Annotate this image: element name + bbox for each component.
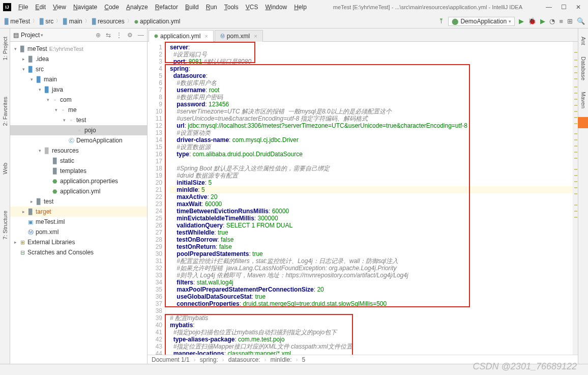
search-icon[interactable]: 🔍 (577, 17, 585, 25)
code-line[interactable]: timeBetweenEvictionRunsMillis: 60000 (170, 208, 573, 215)
code-line[interactable]: validationQuery: SELECT 1 FROM DUAL (170, 222, 573, 229)
code-line[interactable]: #配置监控统计拦截的filters，stat:监控统计、Log4j：日志记录、w… (170, 257, 573, 265)
code-line[interactable]: #指定位置扫描Mapper接口对应的XML文件 classpath:xml文件位… (170, 343, 573, 350)
tree-item[interactable]: ▾▉meTestE:\yhr\meTest (10, 44, 147, 54)
menu-vcs[interactable]: VCS (243, 3, 261, 12)
code-line[interactable]: # 配置mybatis (170, 314, 573, 322)
menu-edit[interactable]: Edit (32, 3, 49, 12)
code-line[interactable]: #数据库用户名 (170, 79, 573, 86)
nb-p3[interactable]: minIdle: (270, 356, 291, 363)
menu-build[interactable]: Build (182, 3, 202, 12)
code-line[interactable]: type-aliases-package: com.me.test.pojo (170, 336, 573, 343)
tree-item[interactable]: ▉static (10, 156, 147, 166)
minimize-button[interactable]: — (546, 4, 552, 11)
editor[interactable]: 1234567891011121314151617181920212223242… (148, 42, 578, 355)
tree-item[interactable]: Ⓜpom.xml (10, 227, 147, 237)
tree-item[interactable]: ▸▉.idea (10, 54, 147, 64)
side-tab-maven[interactable]: Maven (579, 89, 587, 111)
tree-item[interactable]: ▸▉test (10, 196, 147, 207)
code-line[interactable]: #设置端口号 (170, 51, 573, 58)
side-tab-project[interactable]: 1: Project (1, 34, 9, 63)
close-tab-icon[interactable]: × (254, 33, 257, 39)
code-line[interactable]: username: root (170, 86, 573, 94)
tree-item[interactable]: ▾▫me (10, 105, 147, 115)
code-line[interactable]: #指定pojo扫描包位置让mybatis自动扫描到指定义的pojo包下 (170, 329, 573, 336)
tree-item[interactable]: ▸⊞External Libraries (10, 237, 147, 247)
nb-p2[interactable]: datasource: (228, 356, 260, 363)
maximize-button[interactable]: ☐ (561, 4, 567, 11)
code-line[interactable]: testWhileIdle: true (170, 229, 573, 236)
hide-icon[interactable]: — (138, 32, 144, 39)
editor-tab[interactable]: Ⓜpom.xml× (215, 30, 263, 42)
code-line[interactable]: mybatis: (170, 322, 573, 329)
nb-p4[interactable]: 5 (302, 356, 306, 363)
code-line[interactable]: datasource: (170, 72, 573, 79)
menu-window[interactable]: Window (262, 3, 290, 12)
menu-tools[interactable]: Tools (221, 3, 242, 12)
expand-icon[interactable]: ⇆ (106, 32, 111, 39)
code-line[interactable]: poolPreparedStatements: true (170, 250, 573, 257)
tree-item[interactable]: ▫pojo (10, 125, 147, 135)
project-dropdown-icon[interactable]: ▤ (13, 32, 19, 39)
code-line[interactable]: password: 123456 (170, 101, 573, 108)
profile-button[interactable]: ◔ (549, 17, 555, 25)
code-line[interactable]: server: (170, 44, 573, 51)
tree-item[interactable]: ▾▉java (10, 84, 147, 95)
editor-tab[interactable]: ⬣application.yml× (149, 30, 214, 42)
menu-run[interactable]: Run (203, 3, 220, 12)
code-line[interactable]: spring: (170, 65, 573, 72)
collapse-icon[interactable]: ⋮ (116, 32, 122, 39)
code-line[interactable]: type: com.alibaba.druid.pool.DruidDataSo… (170, 151, 573, 158)
tree-item[interactable]: ▸▉target (10, 207, 147, 217)
stop-button[interactable]: ■ (559, 17, 563, 25)
code-line[interactable]: port: 8081 #默认端口是8080 (170, 58, 573, 65)
tree-item[interactable]: ▾▉src (10, 64, 147, 74)
code-line[interactable]: #则导入 Log4j 依赖即可，Maven 地址：https://mvnrepo… (170, 272, 573, 279)
code-line[interactable]: filters: stat,wall,log4j (170, 279, 573, 286)
run-button[interactable]: ▶ (519, 17, 524, 25)
tree-item[interactable]: ▾▫com (10, 95, 147, 105)
code-area[interactable]: server: #设置端口号 port: 8081 #默认端口是8080spri… (166, 42, 573, 355)
tree-item[interactable]: ▾▉resources (10, 146, 147, 156)
tree-item[interactable]: ⬣application.properties (10, 176, 147, 186)
menu-analyze[interactable]: Analyze (123, 3, 151, 12)
coverage-button[interactable]: ▶ (540, 17, 545, 25)
nb-p1[interactable]: spring: (200, 356, 218, 363)
breadcrumb-item[interactable]: ▉ meTest (3, 17, 32, 25)
code-line[interactable]: maxWait: 60000 (170, 200, 573, 208)
menu-navigate[interactable]: Navigate (70, 3, 100, 12)
menu-help[interactable]: Help (291, 3, 310, 12)
close-button[interactable]: ✕ (576, 4, 581, 11)
breadcrumb-item[interactable]: ▉ main (62, 17, 83, 25)
code-line[interactable]: testOnReturn: false (170, 243, 573, 250)
code-line[interactable]: #userUnicode=true&characterEncoding=utf-… (170, 115, 573, 122)
tree-item[interactable]: ▾▫test (10, 115, 147, 125)
code-line[interactable]: testOnBorrow: false (170, 236, 573, 243)
close-tab-icon[interactable]: × (204, 33, 208, 39)
debug-button[interactable]: 🐞 (528, 17, 536, 25)
select-opened-icon[interactable]: ⊕ (96, 32, 101, 39)
run-config-dropdown[interactable]: ⬤ DemoApplication ▾ (448, 17, 515, 26)
code-line[interactable] (170, 307, 573, 314)
tree-item[interactable]: ▉templates (10, 166, 147, 176)
code-line[interactable]: #设置数据源 (170, 143, 573, 151)
side-tab-favorites[interactable]: 2: Favorites (1, 94, 9, 129)
tree-item[interactable]: ▣meTest.iml (10, 217, 147, 227)
tree-item[interactable]: ⊟Scratches and Consoles (10, 247, 147, 257)
side-tab-structure[interactable]: 7: Structure (1, 208, 9, 243)
code-line[interactable]: maxActive: 20 (170, 193, 573, 200)
tree-item[interactable]: ⬣application.yml (10, 186, 147, 196)
breadcrumb-item[interactable]: ▉ resources (91, 17, 126, 25)
code-line[interactable]: initialSize: 5 (170, 179, 573, 186)
code-line[interactable]: driver-class-name: com.mysql.cj.jdbc.Dri… (170, 136, 573, 143)
code-line[interactable]: #设置驱动类 (170, 129, 573, 136)
menu-refactor[interactable]: Refactor (152, 3, 181, 12)
code-line[interactable]: minEvictableIdleTimeMillis: 300000 (170, 215, 573, 222)
code-line[interactable]: mapper-locations: classpath:mapper/*.xml (170, 350, 573, 355)
code-line[interactable]: minIdle: 5 (170, 186, 573, 193)
menu-code[interactable]: Code (101, 3, 122, 12)
structure-icon[interactable]: ⊞ (567, 17, 573, 25)
project-tree[interactable]: ▾▉meTestE:\yhr\meTest▸▉.idea▾▉src▾▉main▾… (10, 42, 147, 364)
breadcrumb-item[interactable]: ⬣ application.yml (133, 17, 182, 25)
code-line[interactable]: #serverTimezone=UTC 解决市区的报错 一般mysql是8.0以… (170, 108, 573, 115)
